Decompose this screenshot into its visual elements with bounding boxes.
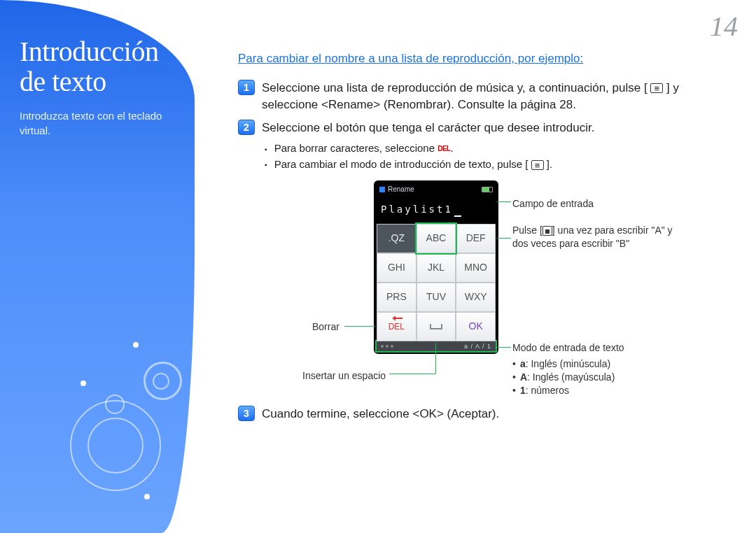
decor-dot: [144, 494, 150, 499]
section-heading: Para cambiar el nombre a una lista de re…: [238, 50, 728, 67]
step-2-sublist: Para borrar caracteres, seleccione DEL. …: [265, 141, 728, 172]
menu-icon: [531, 160, 544, 170]
page-subtitle: Introduzca texto con el teclado virtual.: [20, 109, 174, 138]
key-qz[interactable]: .QZ: [377, 224, 416, 253]
key-prs[interactable]: PRS: [377, 283, 416, 312]
callout-line: [497, 201, 511, 202]
key-jkl[interactable]: JKL: [416, 253, 456, 283]
callout-line: [344, 326, 375, 327]
mode-bar-text: a / A / 1: [464, 342, 491, 351]
titlebar-square-icon: [379, 187, 385, 192]
decor-circle: [88, 418, 144, 474]
key-ok[interactable]: OK: [456, 312, 496, 341]
step-3: 3 Cuando termine, seleccione <OK> (Acept…: [238, 406, 728, 422]
callout-space-key: Insertar un espacio: [302, 369, 386, 383]
callout-line: [497, 238, 511, 239]
callout-line: [497, 347, 511, 348]
step-1-text-a: Seleccione una lista de reproducción de …: [262, 81, 648, 94]
decor-dot: [133, 342, 139, 348]
decor-circle: [153, 373, 169, 390]
step-number-icon: 3: [238, 406, 255, 421]
key-def[interactable]: DEF: [456, 224, 496, 253]
keyboard-diagram: Rename Playlist1 .QZ ABC DEF: [262, 180, 728, 383]
key-tuv[interactable]: TUV: [416, 283, 456, 312]
callout-abc-key: Pulse [] una vez para escribir "A" y dos…: [512, 224, 687, 250]
step-2-text: Seleccione el botón que tenga el carácte…: [262, 121, 594, 134]
mode-A-text: : Inglés (mayúscula): [527, 371, 615, 383]
decor-dot: [80, 381, 86, 386]
content: Para cambiar el nombre a una lista de re…: [238, 50, 728, 429]
mode-1-text: : números: [526, 385, 569, 396]
step-2-sub1-a: Para borrar caracteres, seleccione: [274, 142, 438, 154]
input-value: Playlist1: [381, 204, 453, 215]
page-title: Introducción de texto: [20, 36, 174, 97]
callout-line: [389, 374, 435, 374]
callout-input-field: Campo de entrada: [512, 197, 594, 211]
step-number-icon: 2: [238, 120, 255, 135]
dots-icon: [381, 345, 393, 348]
menu-icon: [650, 83, 663, 93]
key-mno[interactable]: MNO: [456, 253, 496, 283]
glyph-1-icon: 1: [520, 385, 526, 396]
step-3-text: Cuando termine, seleccione <OK> (Aceptar…: [262, 407, 499, 420]
step-2-sub2: Para cambiar el modo de introducción de …: [265, 157, 728, 173]
glyph-A-icon: A: [520, 371, 527, 383]
callout-del-key: Borrar: [312, 320, 340, 334]
text-input-field[interactable]: Playlist1: [377, 196, 496, 224]
battery-icon: [482, 187, 493, 192]
key-del[interactable]: DEL: [377, 312, 416, 341]
step-list: 1 Seleccione una lista de reproducción d…: [238, 80, 728, 422]
device-titlebar: Rename: [377, 183, 496, 196]
step-2: 2 Seleccione el botón que tenga el carác…: [238, 120, 728, 395]
step-2-sub1: Para borrar caracteres, seleccione DEL.: [265, 141, 728, 157]
callout-mode-title: Modo de entrada de texto: [512, 342, 624, 353]
glyph-a-icon: a: [520, 358, 526, 369]
del-icon: DEL: [438, 145, 451, 152]
input-mode-bar[interactable]: a / A / 1: [377, 341, 496, 351]
step-1: 1 Seleccione una lista de reproducción d…: [238, 80, 728, 113]
titlebar-text: Rename: [388, 185, 414, 194]
cursor-icon: [454, 215, 461, 217]
step-2-sub2-b: ].: [547, 158, 552, 170]
sidebar: Introducción de texto Introduzca texto c…: [0, 0, 195, 533]
device-frame: Rename Playlist1 .QZ ABC DEF: [374, 180, 498, 354]
space-icon: [430, 324, 442, 329]
step-number-icon: 1: [238, 80, 255, 95]
callout-line: [435, 343, 436, 374]
mode-a-text: : Inglés (minúscula): [526, 358, 610, 369]
key-wxy[interactable]: WXY: [456, 283, 496, 312]
stop-icon: [542, 226, 552, 236]
key-abc[interactable]: ABC: [416, 224, 456, 253]
keypad: .QZ ABC DEF GHI JKL MNO PRS: [377, 224, 496, 351]
step-2-sub1-b: .: [451, 142, 454, 154]
key-space[interactable]: [416, 312, 456, 341]
callout-mode-bar: Modo de entrada de texto a: Inglés (minú…: [512, 341, 694, 397]
page-number: 14: [710, 10, 738, 43]
key-ghi[interactable]: GHI: [377, 253, 416, 283]
decor-circle: [105, 395, 125, 414]
step-2-sub2-a: Para cambiar el modo de introducción de …: [274, 158, 528, 170]
